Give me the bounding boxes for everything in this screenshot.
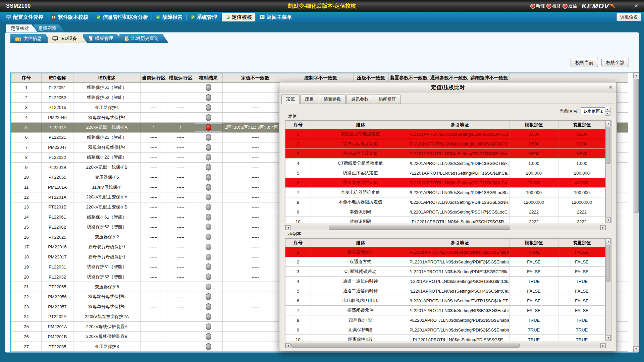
scroll-down-icon[interactable]: ▼ (633, 346, 639, 352)
cell-template-zone: ----- (167, 83, 194, 93)
cell-seq: 16 (11, 232, 42, 242)
scrollbar-thumb[interactable] (634, 79, 639, 213)
table-row[interactable]: 2零序启动电流定值PL2201APROT/LLN0$dsSetting/LLN0… (285, 139, 605, 149)
table-row[interactable]: 8距离保护Ⅰ段PL2201APROT/LLN0$dsSetting/PDIS1$… (285, 315, 605, 325)
settings-table: 序号描述参引地址模板定值装置定值 1变化量启动电流定值PL2201APROT/L… (285, 120, 606, 223)
result-gray-icon (206, 84, 211, 91)
check-all-button[interactable]: 校核全部 (601, 58, 629, 67)
spin-up-icon[interactable]: ▲ (605, 107, 610, 111)
cell-ied-desc: 线路保护32（智能） (73, 272, 141, 282)
table-row[interactable]: 9本侧识别码PL2201APROT/LLN0$dsSetting/PSCH7$S… (285, 207, 605, 217)
table-row[interactable]: 5通道二通信内时钟PL2201APROT/LLN0$dsSetting/PSCH… (285, 286, 605, 296)
column-header: 描述 (311, 121, 410, 129)
zone-label: 当前区号: (559, 108, 579, 114)
cell-seq: 21 (11, 282, 42, 292)
table-row[interactable]: 7本侧电抗器阻抗定值PL2201APROT/LLN0$dsSetting/PDI… (285, 188, 605, 197)
table-row[interactable]: 2双通道方式PL2201APROT/LLN0$dsSetting/PDIF2$S… (285, 257, 605, 267)
table-row[interactable]: 6电压取线路PT电压PL2201APROT/LLN0$dsSetting/TVT… (285, 296, 605, 306)
scroll-left-icon[interactable]: ◄ (285, 225, 290, 230)
status-link-break: 断链 (530, 3, 545, 9)
cell-ied-name: PL22031 (42, 262, 73, 272)
table-row[interactable]: 1纵联差动保护PL2201APROT/LLN0$dsSetting/PDIF1$… (285, 247, 605, 257)
subtab-ied-device[interactable]: IED设备 (48, 34, 87, 43)
status-label: 断链 (536, 3, 545, 9)
scroll-up-icon[interactable]: ▲ (606, 239, 611, 244)
table-row[interactable]: 9距离保护Ⅱ段PL2201APROT/LLN0$dsSetting/PDIS2$… (285, 325, 605, 335)
column-header: 模板定值 (509, 121, 558, 129)
menu-item-info-mgmt-analysis[interactable]: 信息管理和综合分析 (93, 13, 151, 21)
menu-item-return-main-menu[interactable]: 返回主菜单 (257, 13, 295, 21)
menu-item-config-file-control[interactable]: 配置文件管控 (3, 13, 46, 21)
menu-item-setting-check[interactable]: 定值校核 (222, 13, 255, 21)
table-row[interactable]: 4CT断线后分相差动定值PL2201APROT/LLN0$dsSetting/P… (285, 159, 605, 168)
table-row[interactable]: 1变化量启动电流定值PL2201APROT/LLN0$dsSetting/LLN… (285, 129, 605, 139)
subtab-template-mgmt[interactable]: 模板管理 (83, 34, 123, 43)
close-button[interactable]: ✕ (632, 3, 641, 9)
control-word-horizontal-scrollbar[interactable]: ◄ ► (285, 343, 606, 348)
table-row[interactable]: 6线路零序容抗定值PL2201APROT/LLN0$dsSetting/PDIF… (285, 178, 605, 188)
scroll-up-icon[interactable]: ▲ (633, 72, 639, 78)
dialog-tab-strap[interactable]: 压板 (300, 95, 318, 104)
table-row[interactable]: 4通道一通信内时钟PL2201APROT/LLN0$dsSetting/PSCH… (285, 277, 605, 286)
spin-down-icon[interactable]: ▼ (605, 111, 610, 116)
table-row[interactable]: 10距离保护Ⅲ段PL2201APROT/LLN0$dsSetting/PDIS3… (285, 335, 605, 341)
scroll-down-icon[interactable]: ▼ (606, 217, 611, 223)
cell-seq: 2 (11, 93, 42, 103)
table-row[interactable]: 10对侧识别码PL2201APROT/LLN0$dsSetting/PSCH7$… (285, 217, 605, 223)
table-row[interactable]: 7振荡闭锁元件PL2201APROT/LLN0$dsSetting/RPSB1$… (285, 306, 605, 315)
subtab-label: 模板管理 (95, 36, 113, 42)
scroll-right-icon[interactable]: ► (600, 343, 605, 348)
cell-seq: 3 (11, 103, 42, 112)
menu-item-fault-report[interactable]: 故障报告 (153, 13, 185, 21)
cell-seq: 17 (11, 242, 42, 252)
scroll-down-icon[interactable]: ▼ (606, 335, 611, 341)
table-row[interactable]: 3差动动作电流定值PL2201APROT/LLN0$dsSetting/PDIF… (285, 149, 605, 159)
dialog-tab-trip-matrix[interactable]: 跳闸矩阵 (374, 95, 401, 104)
dialog-tab-comm-param[interactable]: 通讯参数 (346, 95, 373, 104)
cell-template-value: 0.500 (509, 149, 558, 158)
dialog-tab-setting[interactable]: 定值 (281, 94, 300, 104)
status-indicators: 断链检修通信 (530, 3, 577, 9)
subtab-compare-history[interactable]: 比对历史查询 (119, 34, 169, 43)
scrollbar-thumb[interactable] (606, 245, 610, 282)
cell-device-value: 40.000 (558, 178, 605, 187)
cell-check-result (194, 202, 223, 212)
settings-vertical-scrollbar[interactable]: ▲ ▼ (606, 120, 611, 223)
cell-ref-addr: PL2201APROT/LLN0$dsSetting/LLN0$SG$DPFCS… (410, 129, 509, 139)
table-row[interactable]: 8本侧小电抗器阻抗定值PL2201APROT/LLN0$dsSetting/PD… (285, 197, 605, 207)
scrollbar-thumb[interactable] (606, 127, 610, 164)
zone-spinner[interactable]: 1-定值区1 ▲▼ (581, 107, 610, 115)
scroll-left-icon[interactable]: ◄ (285, 343, 290, 348)
cell-ied-name: PL2201A (42, 123, 73, 132)
cell-template-zone: ----- (167, 292, 194, 302)
tab-setting-recall[interactable]: 定值召唤 (34, 24, 65, 32)
scrollbar-thumb[interactable] (329, 226, 510, 230)
cell-seq: 7 (285, 188, 311, 197)
dialog-close-button[interactable]: ✕ (608, 84, 612, 90)
scroll-up-icon[interactable]: ▲ (606, 121, 611, 126)
cell-current-zone: ----- (141, 133, 167, 142)
scrollbar-thumb[interactable] (291, 344, 520, 348)
dispatch-name-button[interactable]: 调度命名 (616, 13, 641, 21)
device-table-vertical-scrollbar[interactable]: ▲ ▼ (633, 72, 639, 352)
spinner-arrows[interactable]: ▲▼ (605, 107, 610, 116)
menu-item-system-mgmt[interactable]: 系统管理 (187, 13, 220, 21)
column-header: 跳闸矩阵不一致数 (469, 73, 509, 82)
cell-seq: 5 (11, 123, 42, 132)
cell-template-value: 0.500 (509, 129, 558, 139)
tab-setting-verify[interactable]: 定值核对 (6, 24, 38, 32)
table-row[interactable]: 5线路正序容抗定值PL2201APROT/LLN0$dsSetting/PDIF… (285, 168, 605, 178)
cell-ied-name: PT2202A (42, 312, 73, 322)
menu-item-software-version-check[interactable]: 软件版本校核 (48, 13, 91, 21)
cell-check-result (194, 342, 223, 352)
monitor-icon (6, 14, 11, 20)
scroll-right-icon[interactable]: ► (600, 225, 605, 230)
settings-horizontal-scrollbar[interactable]: ◄ ► (285, 225, 606, 230)
table-row[interactable]: 3CT断线闭锁差动PL2201APROT/LLN0$dsSetting/PDIF… (285, 267, 605, 277)
control-word-vertical-scrollbar[interactable]: ▲ ▼ (606, 238, 611, 341)
cell-ref-addr: PL2201APROT/LLN0$dsSetting/PSCH7$SG$R... (410, 217, 509, 223)
minimize-button[interactable]: – (621, 3, 630, 9)
dialog-tab-device-param[interactable]: 装置参数 (319, 95, 346, 104)
check-current-button[interactable]: 校核当前 (571, 58, 598, 67)
subtab-file-info[interactable]: 文件信息 (10, 34, 52, 43)
